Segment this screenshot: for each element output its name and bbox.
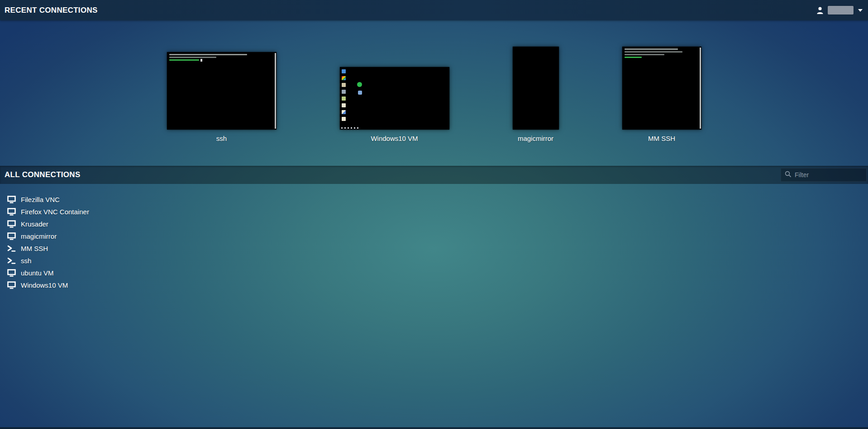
recent-connection-label: Windows10 VM [371, 135, 418, 143]
monitor-icon [7, 269, 16, 277]
terminal-scrollbar [275, 53, 276, 129]
connection-list-item[interactable]: Filezilla VNC [7, 193, 95, 206]
recent-connection-windows10-vm[interactable]: Windows10 VM [340, 67, 449, 143]
connection-list-item[interactable]: magicmirror [7, 230, 95, 242]
recent-connection-magicmirror[interactable]: magicmirror [513, 47, 559, 143]
connection-label: ubuntu VM [21, 269, 54, 277]
all-connections-bar: ALL CONNECTIONS [0, 166, 868, 184]
connection-label: Firefox VNC Container [21, 208, 89, 216]
recent-connection-label: magicmirror [518, 135, 553, 143]
magicmirror-thumbnail [513, 47, 559, 130]
connection-label: MM SSH [21, 245, 48, 252]
connection-list-item[interactable]: Windows10 VM [7, 279, 95, 291]
connection-label: Windows10 VM [21, 281, 68, 289]
desktop-icon [357, 82, 362, 87]
windows10-vm-thumbnail [340, 67, 449, 130]
recent-connections-title: RECENT CONNECTIONS [5, 6, 98, 15]
user-icon [816, 6, 825, 15]
recent-connection-label: MM SSH [648, 135, 675, 143]
filter-input[interactable] [795, 171, 868, 178]
connection-label: Filezilla VNC [21, 196, 60, 203]
ssh-thumbnail [167, 52, 277, 130]
connection-list-item[interactable]: MM SSH [7, 242, 95, 255]
user-menu[interactable] [816, 6, 863, 15]
monitor-icon [7, 281, 16, 289]
username-redacted [828, 6, 854, 14]
top-bar: RECENT CONNECTIONS [0, 0, 868, 20]
terminal-output-preview [169, 54, 247, 67]
desktop-icon [358, 91, 362, 95]
connection-label: Krusader [21, 220, 48, 228]
recent-connections-row: ssh Windows10 VM magicmirror [0, 45, 868, 143]
connection-list-item[interactable]: Firefox VNC Container [7, 206, 95, 218]
background-bottom-edge [0, 427, 868, 429]
terminal-icon [7, 257, 16, 265]
connection-list-item[interactable]: Krusader [7, 218, 95, 230]
mm-ssh-thumbnail [622, 47, 701, 130]
recent-connection-mm-ssh[interactable]: MM SSH [622, 47, 701, 143]
monitor-icon [7, 220, 16, 228]
all-connections-title: ALL CONNECTIONS [5, 170, 81, 179]
monitor-icon [7, 208, 16, 216]
chevron-down-icon [858, 9, 863, 12]
search-icon [785, 171, 792, 179]
recent-connection-ssh[interactable]: ssh [167, 52, 277, 143]
connection-label: ssh [21, 257, 31, 265]
connection-label: magicmirror [21, 232, 57, 240]
terminal-icon [7, 245, 16, 252]
connection-list-item[interactable]: ssh [7, 255, 95, 267]
terminal-scrollbar [700, 48, 701, 129]
monitor-icon [7, 232, 16, 240]
monitor-icon [7, 196, 16, 203]
connection-list-item[interactable]: ubuntu VM [7, 267, 95, 279]
terminal-output-preview [625, 48, 682, 65]
connection-list: Filezilla VNC Firefox VNC Container Krus… [7, 193, 95, 291]
recent-connection-label: ssh [216, 135, 227, 143]
taskbar-preview [341, 127, 358, 129]
filter-box[interactable] [781, 168, 867, 182]
desktop-icons-preview [342, 69, 346, 124]
